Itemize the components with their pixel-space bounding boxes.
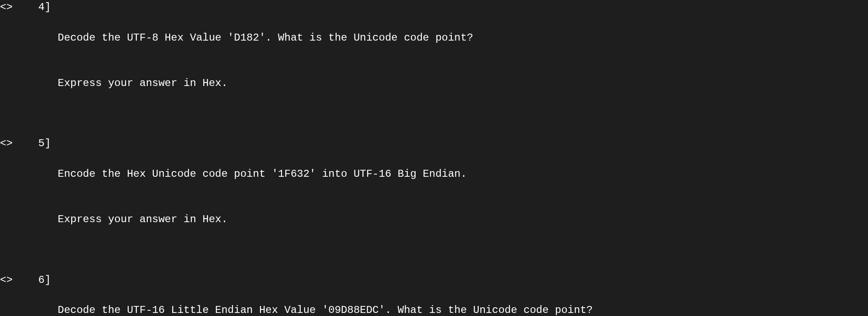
bracket: ] [45,0,58,15]
bracket: ] [45,136,58,151]
question-text: Decode the UTF-8 Hex Value 'D182'. What … [58,0,868,121]
question-number: 5 [24,136,45,151]
gutter-marker: <> [0,0,24,15]
text-segment: Express your answer in Hex. [58,77,228,89]
question-item: <> 5 ] Encode the Hex Unicode code point… [0,136,868,258]
text-segment: Decode the UTF-16 Little Endian Hex Valu… [58,304,593,316]
question-item: <> 4 ] Decode the UTF-8 Hex Value 'D182'… [0,0,868,121]
gutter-marker: <> [0,136,24,151]
text-segment: Encode the Hex Unicode code point '1F632… [58,168,467,180]
gutter-marker: <> [0,273,24,288]
question-item: <> 6 ] Decode the UTF-16 Little Endian H… [0,273,868,316]
bracket: ] [45,273,58,288]
question-number: 4 [24,0,45,15]
question-text: Decode the UTF-16 Little Endian Hex Valu… [58,273,868,316]
question-list: <> 4 ] Decode the UTF-8 Hex Value 'D182'… [0,0,868,316]
text-segment: Decode the UTF-8 Hex Value 'D182'. What … [58,32,473,44]
question-text: Encode the Hex Unicode code point '1F632… [58,136,868,258]
text-segment: Express your answer in Hex. [58,213,228,225]
question-number: 6 [24,273,45,288]
